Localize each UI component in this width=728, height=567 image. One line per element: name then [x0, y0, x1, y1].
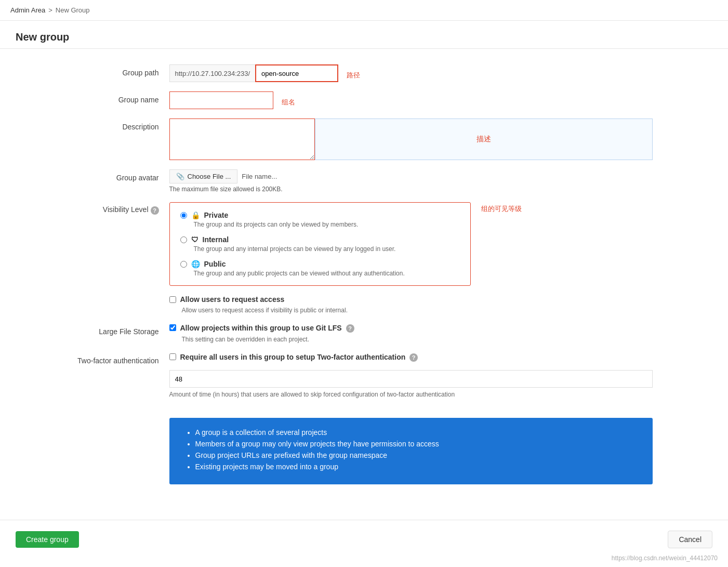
visibility-options: 🔒 Private The group and its projects can… — [169, 202, 471, 286]
group-path-row: Group path http://10.27.100.234:233/ 路径 — [76, 64, 653, 82]
group-path-label: Group path — [76, 64, 169, 77]
request-access-controls: Allow users to request access Allow user… — [169, 295, 348, 314]
info-item-3: Existing projects may be moved into a gr… — [195, 463, 637, 471]
two-factor-checkbox[interactable] — [169, 353, 176, 360]
group-name-row: Group name 组名 — [76, 91, 653, 109]
hours-hint: Amount of time (in hours) that users are… — [169, 391, 653, 398]
two-factor-checkbox-row: Require all users in this group to setup… — [169, 352, 653, 362]
visibility-label: Visibility Level ? — [76, 202, 169, 215]
request-access-checkbox-row: Allow users to request access — [169, 295, 348, 304]
group-name-hint: 组名 — [282, 94, 295, 107]
breadcrumb-current: New Group — [56, 6, 90, 14]
description-hint: 描述 — [476, 135, 491, 144]
form-container: Group path http://10.27.100.234:233/ 路径 … — [65, 49, 663, 504]
two-factor-label: Two-factor authentication — [76, 352, 169, 365]
lfs-help-icon[interactable]: ? — [346, 324, 354, 333]
visibility-internal-desc: The group and any internal projects can … — [194, 245, 460, 253]
breadcrumb-separator: > — [48, 6, 52, 14]
file-size-note: The maximum file size allowed is 200KB. — [169, 186, 283, 193]
create-group-button[interactable]: Create group — [16, 531, 79, 548]
visibility-row: Visibility Level ? 🔒 Private The group a… — [76, 202, 653, 286]
lfs-row: Large File Storage Allow projects within… — [76, 323, 653, 343]
lfs-desc: This setting can be overridden in each p… — [182, 336, 354, 343]
two-factor-hours-input[interactable] — [169, 370, 653, 388]
internal-icon: 🛡 — [191, 235, 198, 244]
visibility-option-private: 🔒 Private The group and its projects can… — [180, 211, 460, 228]
lfs-checkbox[interactable] — [169, 324, 176, 331]
request-access-label: Allow users to request access — [180, 295, 285, 304]
file-name-label: File name... — [242, 173, 277, 180]
group-avatar-row: Group avatar 📎 Choose File ... File name… — [76, 169, 653, 193]
lfs-checkbox-row: Allow projects within this group to use … — [169, 323, 354, 333]
info-item-2: Group project URLs are prefixed with the… — [195, 451, 637, 459]
two-factor-controls: Require all users in this group to setup… — [169, 352, 653, 398]
group-path-prefix: http://10.27.100.234:233/ — [169, 64, 256, 82]
breadcrumb: Admin Area > New Group — [0, 0, 728, 21]
group-path-input[interactable] — [255, 64, 338, 82]
request-access-checkbox[interactable] — [169, 296, 176, 303]
visibility-private-label[interactable]: 🔒 Private — [180, 211, 460, 219]
visibility-public-desc: The group and any public projects can be… — [194, 270, 460, 277]
description-input[interactable] — [169, 118, 315, 160]
choose-file-button[interactable]: 📎 Choose File ... — [169, 169, 238, 183]
lfs-controls: Allow projects within this group to use … — [169, 323, 354, 343]
cancel-button[interactable]: Cancel — [668, 531, 712, 548]
visibility-internal-label[interactable]: 🛡 Internal — [180, 235, 460, 244]
description-row: Description 描述 — [76, 118, 653, 160]
lfs-checkbox-label: Allow projects within this group to use … — [180, 323, 354, 333]
visibility-internal-radio[interactable] — [180, 236, 187, 243]
info-item-1: Members of a group may only view project… — [195, 440, 637, 448]
footer-url: https://blog.csdn.net/weixin_44412070 — [612, 555, 718, 559]
visibility-option-internal: 🛡 Internal The group and any internal pr… — [180, 235, 460, 253]
breadcrumb-admin-link[interactable]: Admin Area — [10, 6, 45, 14]
private-icon: 🔒 — [191, 211, 200, 219]
description-label: Description — [76, 118, 169, 131]
group-path-hint: 路径 — [347, 67, 360, 80]
two-factor-checkbox-label: Require all users in this group to setup… — [180, 352, 418, 362]
visibility-public-label[interactable]: 🌐 Public — [180, 260, 460, 268]
info-box-row: A group is a collection of several proje… — [76, 407, 653, 484]
page-title: New group — [0, 21, 728, 49]
two-factor-row: Two-factor authentication Require all us… — [76, 352, 653, 398]
public-icon: 🌐 — [191, 260, 200, 268]
group-avatar-label: Group avatar — [76, 169, 169, 182]
paperclip-icon: 📎 — [176, 173, 184, 180]
request-access-row: Allow users to request access Allow user… — [76, 295, 653, 314]
request-access-desc: Allow users to request access if visibil… — [182, 307, 348, 314]
group-name-label: Group name — [76, 91, 169, 104]
group-name-input[interactable] — [169, 91, 273, 109]
visibility-public-radio[interactable] — [180, 261, 187, 268]
visibility-private-radio[interactable] — [180, 212, 187, 219]
visibility-option-public: 🌐 Public The group and any public projec… — [180, 260, 460, 277]
lfs-label: Large File Storage — [76, 323, 169, 336]
info-box: A group is a collection of several proje… — [169, 418, 653, 484]
visibility-help-icon[interactable]: ? — [151, 206, 159, 215]
visibility-hint: 组的可见等级 — [481, 202, 522, 214]
info-list: A group is a collection of several proje… — [185, 428, 637, 471]
info-item-0: A group is a collection of several proje… — [195, 428, 637, 437]
visibility-private-desc: The group and its projects can only be v… — [194, 221, 460, 228]
group-path-wrapper: http://10.27.100.234:233/ 路径 — [169, 64, 653, 82]
footer-bar: Create group Cancel — [0, 520, 728, 559]
group-avatar-controls: 📎 Choose File ... File name... The maxim… — [169, 169, 283, 193]
two-factor-help-icon[interactable]: ? — [409, 353, 418, 362]
